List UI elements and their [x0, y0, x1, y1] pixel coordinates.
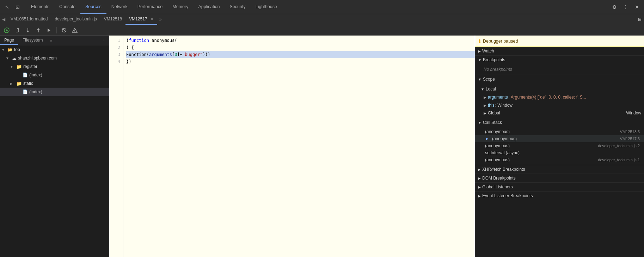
tab-sources[interactable]: Sources: [80, 0, 106, 14]
device-mode-icon[interactable]: ⊡: [13, 3, 22, 11]
pause-on-exceptions-btn[interactable]: [70, 26, 79, 35]
tab-vm12518[interactable]: VM12518: [100, 14, 125, 25]
scope-value-arguments: : Arguments(4) ["de", 0, 0, 0, callee: f…: [509, 94, 586, 100]
tree-item-register-index[interactable]: 📄 (index): [0, 71, 109, 79]
tree-label-shanzhi: shanzhi.spbeen.com: [18, 56, 57, 61]
svg-point-13: [74, 31, 75, 32]
local-label: Local: [486, 87, 496, 92]
folder-icon-register: 📁: [16, 64, 22, 69]
resume-btn[interactable]: [2, 26, 11, 35]
cs-item-4[interactable]: (anonymous) developer_tools.min.js:1: [475, 156, 644, 163]
svg-marker-7: [37, 28, 40, 30]
tree-label-top: top: [14, 47, 20, 52]
tab-application[interactable]: Application: [193, 0, 225, 14]
ft-tab-filesystem[interactable]: Filesystem: [18, 36, 47, 45]
code-content-area[interactable]: 1 2 3 4 (function anonymous( ) { Functio…: [109, 36, 475, 257]
xhr-section: ▶ XHR/fetch Breakpoints: [475, 165, 644, 174]
watch-arrow: ▶: [478, 49, 481, 53]
code-line-2: ) {: [126, 44, 475, 51]
tree-item-shanzhi[interactable]: ▼ ☁ shanzhi.spbeen.com: [0, 54, 109, 62]
cs-item-0[interactable]: (anonymous) VM12518:3: [475, 128, 644, 135]
global-label: Global: [488, 111, 500, 115]
more-tabs-btn[interactable]: »: [157, 17, 164, 22]
cs-name-4: (anonymous): [485, 157, 510, 162]
xhr-label: XHR/fetch Breakpoints: [482, 167, 525, 172]
cs-item-2[interactable]: (anonymous) developer_tools.min.js:2: [475, 142, 644, 149]
scope-arguments[interactable]: ▶ arguments : Arguments(4) ["de", 0, 0, …: [475, 93, 644, 101]
tree-arrow-top: ▼: [1, 48, 6, 52]
svg-marker-5: [26, 31, 29, 32]
global-scope-row[interactable]: ▶ Global Window: [475, 109, 644, 117]
tree-label-register-index: (index): [29, 73, 42, 77]
scope-header[interactable]: ▼ Scope: [475, 75, 644, 83]
cs-file-4: developer_tools.min.js:1: [598, 158, 640, 162]
step-btn[interactable]: [44, 26, 54, 35]
svg-marker-1: [6, 29, 8, 31]
cs-active-arrow: ►: [485, 136, 489, 141]
close-editor-btn[interactable]: ⊟: [636, 15, 644, 24]
callstack-header[interactable]: ▼ Call Stack: [475, 118, 644, 127]
step-out-btn[interactable]: [34, 26, 43, 35]
scope-arrow: ▼: [478, 77, 482, 81]
global-listeners-section: ▶ Global Listeners: [475, 183, 644, 192]
tab-security[interactable]: Security: [225, 0, 251, 14]
debugger-paused-text: Debugger paused: [483, 39, 518, 44]
cs-item-1[interactable]: ► (anonymous) VM12517:3: [475, 135, 644, 142]
tab-vm10651-formatted[interactable]: VM10651:formatted: [7, 14, 51, 25]
this-expand-arrow: ▶: [484, 102, 486, 109]
tab-memory[interactable]: Memory: [167, 0, 193, 14]
close-tab-vm12517[interactable]: ✕: [151, 17, 154, 21]
local-scope-header[interactable]: ▼ Local: [475, 85, 644, 93]
event-listener-header[interactable]: ▶ Event Listener Breakpoints: [475, 192, 644, 200]
tab-network[interactable]: Network: [106, 0, 133, 14]
tree-item-register[interactable]: ▼ 📁 register: [0, 62, 109, 71]
scope-this[interactable]: ▶ this : Window: [475, 101, 644, 109]
file-tabs-bar: ◀ VM10651:formatted developer_tools.min.…: [0, 14, 644, 25]
cs-item-3[interactable]: setInterval (async): [475, 149, 644, 156]
collapse-filetree-btn[interactable]: ◀: [0, 15, 7, 24]
deactivate-breakpoints-btn[interactable]: [60, 26, 69, 35]
ft-more-tabs[interactable]: »: [47, 36, 55, 45]
tab-developer-tools-min[interactable]: developer_tools.min.js: [51, 14, 100, 25]
watch-section: ▶ Watch: [475, 47, 644, 56]
tree-item-index[interactable]: 📄 (index): [0, 88, 109, 96]
cs-name-3: setInterval (async): [485, 150, 520, 155]
dom-header[interactable]: ▶ DOM Breakpoints: [475, 174, 644, 182]
tab-console[interactable]: Console: [54, 0, 80, 14]
xhr-header[interactable]: ▶ XHR/fetch Breakpoints: [475, 165, 644, 174]
ft-tab-page[interactable]: Page: [0, 36, 18, 45]
svg-marker-8: [48, 29, 50, 32]
breakpoints-arrow: ▼: [478, 58, 482, 62]
watch-header[interactable]: ▶ Watch: [475, 47, 644, 55]
file-tree-panel: Page Filesystem » ⋮ ▼ 📂 top ▼ ☁ shanzhi.…: [0, 36, 109, 257]
folder-icon-top: 📂: [8, 48, 13, 52]
tree-item-top[interactable]: ▼ 📂 top: [0, 45, 109, 54]
breakpoints-header[interactable]: ▼ Breakpoints: [475, 56, 644, 64]
tree-item-static[interactable]: ▶ 📁 static: [0, 79, 109, 88]
ft-menu-btn[interactable]: ⋮: [99, 36, 109, 45]
tab-performance[interactable]: Performance: [133, 0, 168, 14]
tab-elements[interactable]: Elements: [26, 0, 54, 14]
scope-value-this: : Window: [495, 102, 513, 108]
local-arrow: ▼: [481, 87, 484, 91]
step-over-btn[interactable]: [13, 26, 22, 35]
main-tab-nav: Elements Console Sources Network Perform…: [26, 0, 610, 14]
devtools-window-icons: ↖ ⊡: [3, 3, 22, 11]
code-lines[interactable]: (function anonymous( ) { Function(argume…: [123, 36, 475, 257]
file-icon-register-index: 📄: [23, 73, 28, 77]
tab-vm12517[interactable]: VM12517 ✕: [125, 14, 157, 25]
inspect-element-icon[interactable]: ↖: [3, 3, 11, 11]
cloud-icon-shanzhi: ☁: [12, 56, 17, 61]
global-listeners-header[interactable]: ▶ Global Listeners: [475, 183, 644, 191]
close-devtools-icon[interactable]: ✕: [633, 3, 641, 11]
watch-label: Watch: [482, 49, 494, 54]
cs-file-1: VM12517:3: [620, 137, 640, 141]
scope-key-arguments: arguments: [488, 94, 508, 100]
tab-lighthouse[interactable]: Lighthouse: [251, 0, 282, 14]
info-icon: ℹ: [479, 38, 481, 44]
more-options-icon[interactable]: ⋮: [621, 3, 630, 11]
settings-icon[interactable]: ⚙: [610, 3, 619, 11]
step-into-btn[interactable]: [23, 26, 32, 35]
cs-name-2: (anonymous): [485, 143, 510, 148]
xhr-arrow: ▶: [478, 168, 481, 171]
